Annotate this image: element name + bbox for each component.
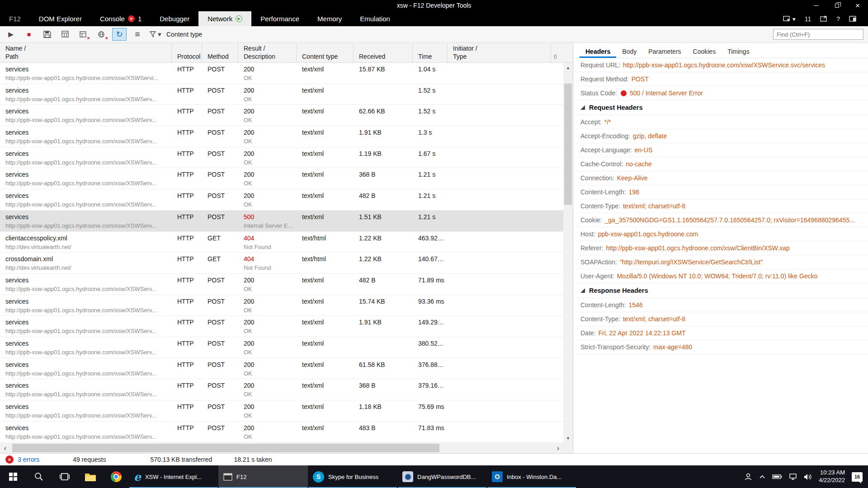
- column-header-content-type[interactable]: Content type: [297, 43, 354, 62]
- find-input[interactable]: [773, 29, 863, 40]
- column-header-timeline[interactable]: 0: [551, 43, 573, 62]
- volume-icon[interactable]: [804, 474, 812, 480]
- minimize-button[interactable]: [806, 0, 826, 11]
- taskbar-app-outlook[interactable]: O Inbox - Winston.Da...: [487, 465, 576, 488]
- table-row[interactable]: services http://ppb-xsw-app01.ogcs.hydro…: [0, 189, 563, 211]
- table-row[interactable]: services http://ppb-xsw-app01.ogcs.hydro…: [0, 211, 563, 232]
- chrome-button[interactable]: [103, 465, 129, 488]
- tab-performance[interactable]: Performance: [251, 11, 308, 26]
- file-explorer-button[interactable]: [77, 465, 103, 488]
- table-row[interactable]: services http://ppb-xsw-app01.ogcs.hydro…: [0, 379, 563, 400]
- horizontal-scrollbar[interactable]: ‹ ›: [0, 443, 563, 453]
- taskbar-clock[interactable]: 10:23 AM 4/22/2022: [819, 469, 845, 484]
- tab-cookies[interactable]: Cookies: [687, 45, 722, 58]
- people-icon[interactable]: [744, 473, 752, 481]
- table-row[interactable]: services http://ppb-xsw-app01.ogcs.hydro…: [0, 316, 563, 337]
- request-content-type-cell: text/xml: [297, 379, 354, 400]
- content-type-filter-button[interactable]: ▾: [148, 28, 163, 41]
- tab-parameters[interactable]: Parameters: [642, 45, 687, 58]
- header-row: User-Agent: Mozilla/5.0 (Windows NT 10.0…: [573, 269, 868, 283]
- table-row[interactable]: services http://ppb-xsw-app01.ogcs.hydro…: [0, 295, 563, 316]
- help-button[interactable]: ?: [836, 15, 840, 23]
- request-name-cell: services http://ppb-xsw-app01.ogcs.hydro…: [0, 295, 172, 316]
- taskbar-app-f12[interactable]: F12: [218, 465, 308, 488]
- table-row[interactable]: services http://ppb-xsw-app01.ogcs.hydro…: [0, 358, 563, 380]
- table-row[interactable]: services http://ppb-xsw-app01.ogcs.hydro…: [0, 63, 563, 84]
- export-har-button[interactable]: [40, 28, 54, 41]
- request-result-cell: 404 Not Found: [238, 232, 297, 253]
- table-row[interactable]: services http://ppb-xsw-app01.ogcs.hydro…: [0, 274, 563, 295]
- action-center-icon[interactable]: 16: [852, 472, 863, 482]
- copy-table-button[interactable]: [58, 28, 72, 41]
- table-row[interactable]: clientaccesspolicy.xml http://dev.virtua…: [0, 232, 563, 253]
- unpin-button[interactable]: [849, 16, 856, 22]
- column-header-name-path[interactable]: Name / Path: [0, 43, 172, 62]
- taskbar-search-button[interactable]: [26, 465, 52, 488]
- tab-body[interactable]: Body: [616, 45, 642, 58]
- table-row[interactable]: services http://ppb-xsw-app01.ogcs.hydro…: [0, 105, 563, 126]
- column-header-received[interactable]: Received: [354, 43, 413, 62]
- taskbar-app-password-db[interactable]: DangWPasswordDB...: [397, 465, 487, 488]
- filter-caret-icon: ▾: [158, 30, 161, 38]
- vertical-scrollbar[interactable]: ▲ ▼: [563, 63, 573, 443]
- scroll-right-arrow[interactable]: ›: [553, 443, 563, 453]
- request-headers-section[interactable]: Request Headers: [573, 100, 868, 115]
- table-row[interactable]: services http://ppb-xsw-app01.ogcs.hydro…: [0, 147, 563, 169]
- network-icon[interactable]: [789, 474, 797, 480]
- table-row[interactable]: services http://ppb-xsw-app01.ogcs.hydro…: [0, 337, 563, 358]
- open-new-window-button[interactable]: [820, 16, 827, 22]
- f12-menu-label[interactable]: F12: [0, 11, 30, 26]
- show-hidden-icons-chevron[interactable]: [759, 475, 765, 479]
- stop-capture-button[interactable]: ■: [22, 28, 36, 41]
- tab-console[interactable]: Console × 1: [91, 11, 151, 26]
- tab-headers[interactable]: Headers: [580, 45, 616, 58]
- document-mode-value[interactable]: 11: [805, 15, 811, 23]
- taskbar-app-skype[interactable]: S Skype for Business: [308, 465, 397, 488]
- column-header-result[interactable]: Result / Description: [238, 43, 297, 62]
- request-initiator-cell: [448, 211, 551, 231]
- request-received-cell: 1.22 KB: [354, 253, 413, 273]
- response-headers-section[interactable]: Response Headers: [573, 283, 868, 298]
- tab-dom-explorer[interactable]: DOM Explorer: [30, 11, 91, 26]
- table-row[interactable]: services http://ppb-xsw-app01.ogcs.hydro…: [0, 422, 563, 443]
- vertical-scroll-thumb[interactable]: [564, 84, 572, 205]
- column-header-method[interactable]: Method: [202, 43, 238, 62]
- details-view-button[interactable]: ≡: [130, 28, 145, 41]
- scroll-down-arrow[interactable]: ▼: [563, 433, 573, 443]
- clear-cache-button[interactable]: ×: [94, 28, 108, 41]
- header-value: Fri, 22 Apr 2022 14:22:13 GMT: [598, 329, 685, 337]
- capture-play-button[interactable]: ▶: [4, 28, 18, 41]
- table-row[interactable]: crossdomain.xml http://dev.virtualearth.…: [0, 253, 563, 274]
- restore-button[interactable]: [826, 0, 847, 11]
- tab-network[interactable]: Network ▶: [198, 11, 251, 26]
- tab-timings[interactable]: Timings: [722, 45, 755, 58]
- request-initiator-cell: [448, 358, 551, 379]
- request-url-value[interactable]: http://ppb-xsw-app01.ogcs.hydroone.com/x…: [623, 61, 825, 69]
- request-time-cell: 1.3 s: [413, 126, 448, 147]
- target-picker-button[interactable]: ▾: [783, 15, 796, 23]
- request-name-cell: services http://ppb-xsw-app01.ogcs.hydro…: [0, 105, 172, 126]
- battery-icon[interactable]: [772, 474, 782, 479]
- table-row[interactable]: services http://ppb-xsw-app01.ogcs.hydro…: [0, 126, 563, 147]
- close-button[interactable]: ×: [847, 0, 868, 11]
- column-header-protocol[interactable]: Protocol: [172, 43, 202, 62]
- clear-entries-button[interactable]: ×: [76, 28, 90, 41]
- always-refresh-button[interactable]: ↻: [112, 28, 127, 41]
- errors-count-link[interactable]: 3 errors: [18, 456, 39, 463]
- horizontal-scroll-thumb[interactable]: [12, 444, 439, 452]
- column-header-initiator-type[interactable]: Initiator / Type: [448, 43, 551, 62]
- start-button[interactable]: [0, 465, 26, 488]
- scroll-up-arrow[interactable]: ▲: [563, 63, 573, 72]
- table-row[interactable]: services http://ppb-xsw-app01.ogcs.hydro…: [0, 400, 563, 422]
- tab-emulation[interactable]: Emulation: [351, 11, 399, 26]
- tab-debugger[interactable]: Debugger: [151, 11, 198, 26]
- taskbar-app-internet-explorer[interactable]: e XSW - Internet Expl...: [129, 465, 218, 488]
- table-row[interactable]: services http://ppb-xsw-app01.ogcs.hydro…: [0, 84, 563, 105]
- content-type-filter-label[interactable]: Content type: [166, 31, 202, 38]
- tab-memory[interactable]: Memory: [308, 11, 351, 26]
- task-view-button[interactable]: [52, 465, 77, 488]
- column-header-time[interactable]: Time: [413, 43, 448, 62]
- table-row[interactable]: services http://ppb-xsw-app01.ogcs.hydro…: [0, 168, 563, 189]
- scroll-left-arrow[interactable]: ‹: [0, 443, 10, 453]
- header-row: Content-Type: text/xml; charset=utf-8: [573, 312, 868, 326]
